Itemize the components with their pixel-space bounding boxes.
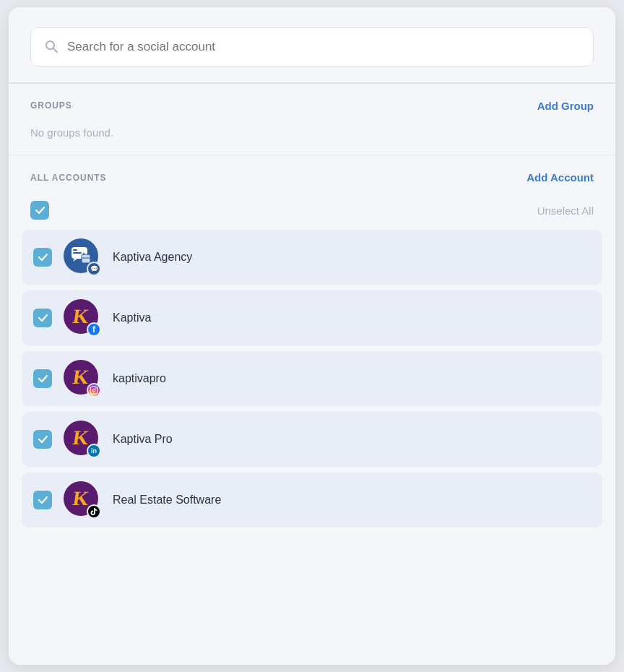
avatar-0: 💬 [64, 238, 101, 276]
add-account-button[interactable]: Add Account [526, 171, 594, 184]
account-name-2: kaptivapro [113, 372, 591, 385]
svg-rect-5 [82, 254, 90, 263]
account-name-1: Kaptiva [113, 311, 591, 324]
main-panel: GROUPS Add Group No groups found. ALL AC… [9, 7, 615, 665]
select-all-checkbox[interactable] [30, 201, 49, 220]
account-checkbox-2[interactable] [33, 369, 52, 388]
account-name-3: Kaptiva Pro [113, 433, 591, 446]
avatar-1: K f [64, 299, 101, 337]
search-section [9, 7, 615, 82]
badge-1: f [87, 322, 101, 337]
svg-point-10 [92, 389, 95, 392]
groups-header: GROUPS Add Group [9, 84, 615, 122]
accounts-list: Unselect All [9, 194, 615, 527]
avatar-4: K [64, 481, 101, 519]
list-item[interactable]: K kaptivapro [22, 351, 602, 406]
list-item[interactable]: K f Kaptiva [22, 290, 602, 345]
accounts-header: ALL ACCOUNTS Add Account [9, 155, 615, 194]
avatar-2: K [64, 360, 101, 397]
svg-point-11 [95, 388, 97, 389]
list-item[interactable]: K in Kaptiva Pro [22, 412, 602, 467]
search-icon [44, 39, 58, 56]
svg-rect-9 [90, 387, 98, 394]
account-checkbox-4[interactable] [33, 491, 52, 509]
account-name-0: Kaptiva Agency [113, 251, 591, 264]
account-checkbox-1[interactable] [33, 309, 52, 327]
badge-2 [87, 383, 101, 397]
avatar-3: K in [64, 421, 101, 458]
account-name-4: Real Estate Software [113, 494, 591, 507]
account-checkbox-0[interactable] [33, 248, 52, 267]
badge-0: 💬 [87, 262, 101, 276]
add-group-button[interactable]: Add Group [537, 100, 594, 112]
list-item[interactable]: 💬 Kaptiva Agency [22, 230, 602, 285]
badge-4 [87, 504, 101, 519]
svg-line-1 [53, 48, 57, 52]
select-all-row: Unselect All [22, 194, 602, 230]
unselect-all-button[interactable]: Unselect All [537, 204, 594, 217]
search-box [30, 27, 594, 66]
badge-3: in [87, 444, 101, 458]
svg-rect-3 [73, 249, 77, 251]
svg-rect-6 [83, 253, 84, 255]
svg-rect-4 [73, 252, 82, 254]
groups-label: GROUPS [30, 100, 72, 111]
list-item[interactable]: K Real Estate Software [22, 473, 602, 527]
search-input[interactable] [67, 40, 580, 54]
accounts-section: ALL ACCOUNTS Add Account Unselect All [9, 155, 615, 527]
groups-section: GROUPS Add Group No groups found. [9, 84, 615, 155]
account-checkbox-3[interactable] [33, 430, 52, 449]
accounts-label: ALL ACCOUNTS [30, 173, 107, 183]
no-groups-message: No groups found. [9, 122, 615, 155]
svg-rect-7 [87, 253, 89, 255]
